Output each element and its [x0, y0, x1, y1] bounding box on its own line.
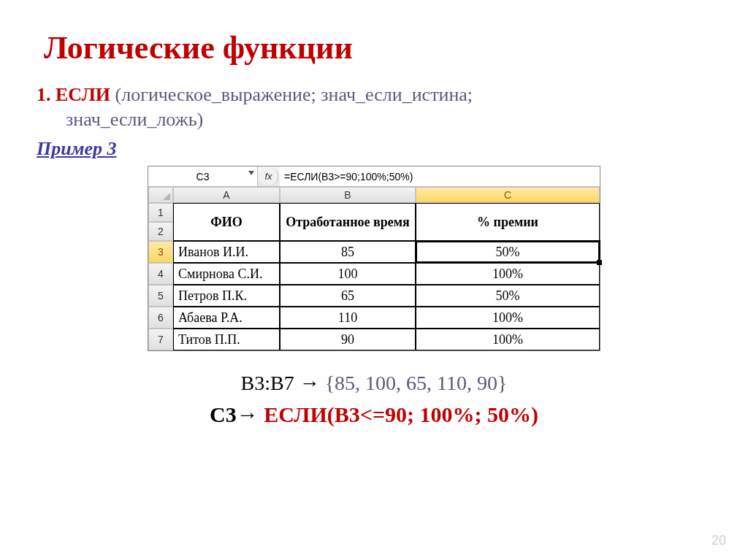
cell-b4[interactable]: 100: [280, 263, 416, 285]
syntax-text-1: (логическое_выражение; знач_если_истина;: [110, 84, 473, 105]
header-cell-time[interactable]: Отработанное время: [280, 203, 416, 241]
cell-c5[interactable]: 50%: [416, 285, 600, 307]
name-box[interactable]: C3: [148, 166, 258, 186]
formula-expr: ЕСЛИ(B3<=90; 100%; 50%): [259, 402, 538, 426]
dropdown-icon: [248, 171, 254, 175]
cell-a5[interactable]: Петров П.К.: [173, 285, 280, 307]
row-header-3[interactable]: 3: [148, 241, 173, 263]
row-header-5[interactable]: 5: [148, 285, 173, 307]
syntax-line-2: знач_если_ложь): [66, 109, 711, 131]
cell-c4[interactable]: 100%: [416, 263, 600, 285]
name-box-value: C3: [196, 171, 210, 183]
cell-a3[interactable]: Иванов И.И.: [173, 241, 280, 263]
excel-screenshot: C3 fx =ЕСЛИ(B3>=90;100%;50%) A B C 1 ФИО…: [148, 166, 600, 351]
cell-a6[interactable]: Абаева Р.А.: [173, 307, 280, 329]
summary-line-1: B3:B7 → {85, 100, 65, 110, 90}: [37, 372, 711, 395]
cell-c7[interactable]: 100%: [416, 329, 600, 350]
bottom-text: B3:B7 → {85, 100, 65, 110, 90} C3→ ЕСЛИ(…: [37, 372, 711, 427]
row-header-7[interactable]: 7: [148, 329, 173, 350]
cell-c6[interactable]: 100%: [416, 307, 600, 329]
row-header-4[interactable]: 4: [148, 263, 173, 285]
col-header-b[interactable]: B: [280, 187, 416, 203]
cell-a4[interactable]: Смирнова С.И.: [173, 263, 280, 285]
range-ref: B3:B7: [241, 372, 299, 394]
page-title: Логические функции: [44, 29, 711, 66]
col-header-c[interactable]: C: [416, 187, 600, 203]
spreadsheet-grid: A B C 1 ФИО Отработанное время % премии …: [148, 187, 600, 350]
values-set: {85, 100, 65, 110, 90}: [320, 372, 508, 394]
col-header-a[interactable]: A: [173, 187, 280, 203]
arrow-icon: →: [237, 402, 259, 426]
cell-a7[interactable]: Титов П.П.: [173, 329, 280, 350]
cell-ref: C3: [210, 402, 237, 426]
row-header-2[interactable]: 2: [148, 222, 173, 241]
arrow-icon: →: [299, 372, 320, 394]
formula-input[interactable]: =ЕСЛИ(B3>=90;100%;50%): [280, 166, 600, 186]
syntax-line-1: 1. ЕСЛИ (логическое_выражение; знач_если…: [37, 84, 711, 106]
header-cell-fio[interactable]: ФИО: [173, 203, 280, 241]
fx-button[interactable]: fx: [259, 168, 278, 185]
select-all-corner[interactable]: [148, 187, 173, 203]
row-header-6[interactable]: 6: [148, 307, 173, 329]
function-name: ЕСЛИ: [56, 84, 110, 105]
cell-b5[interactable]: 65: [280, 285, 416, 307]
cell-b6[interactable]: 110: [280, 307, 416, 329]
example-label: Пример 3: [37, 138, 711, 160]
header-cell-bonus[interactable]: % премии: [416, 203, 600, 241]
page-number: 20: [711, 533, 726, 548]
fx-icon: fx: [264, 171, 272, 182]
cell-b3[interactable]: 85: [280, 241, 416, 263]
cell-c3[interactable]: 50%: [416, 241, 600, 263]
summary-line-2: C3→ ЕСЛИ(B3<=90; 100%; 50%): [37, 402, 711, 427]
list-number: 1.: [37, 84, 51, 105]
row-header-1[interactable]: 1: [148, 203, 173, 222]
cell-b7[interactable]: 90: [280, 329, 416, 350]
formula-bar: C3 fx =ЕСЛИ(B3>=90;100%;50%): [148, 166, 600, 187]
